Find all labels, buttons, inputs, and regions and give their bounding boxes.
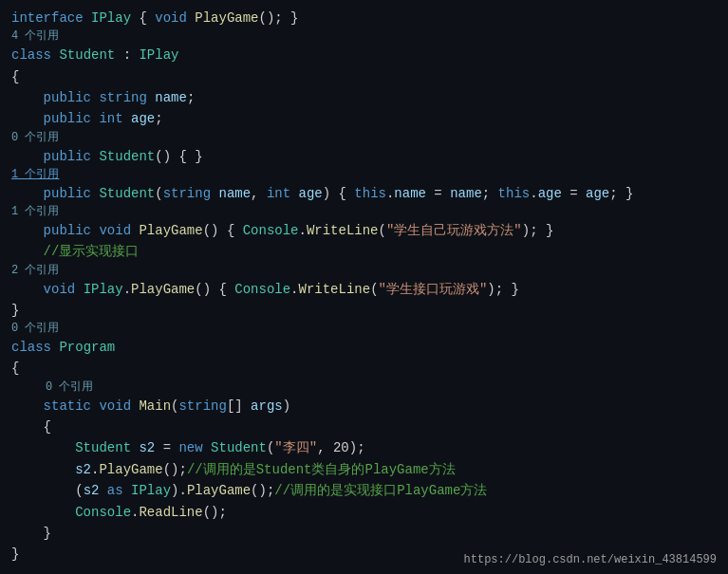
code-line-5: public int age ; <box>0 108 728 129</box>
code-line-6: public Student () { } <box>0 146 728 167</box>
keyword-public-1: public <box>44 87 91 108</box>
param-name: name <box>211 183 251 204</box>
keyword-as: as <box>107 480 123 501</box>
code-line-2: class Student : IPlay <box>0 45 728 65</box>
code-container: interface IPlay { void PlayGame (); } 4 … <box>0 0 728 574</box>
method-s2-playgame: PlayGame <box>99 459 162 480</box>
code-line-13: { <box>0 358 728 379</box>
code-line-4: public string name ; <box>0 87 728 108</box>
type-console-2: Console <box>234 279 290 300</box>
assign-age: age <box>586 183 609 204</box>
type-console-1: Console <box>243 220 299 241</box>
keyword-class-1: class <box>11 45 51 65</box>
ctor-student-1: Student <box>99 146 155 167</box>
keyword-void-3: void <box>44 279 76 300</box>
type-student-2: Student <box>75 437 131 458</box>
string-literal-1: "学生自己玩游戏方法" <box>386 220 522 241</box>
type-console-3: Console <box>75 502 131 523</box>
var-s2-3: s2 <box>84 480 100 501</box>
code-line-7: public Student ( string name , int age )… <box>0 183 728 204</box>
assign-name: name <box>450 183 482 204</box>
method-iplay-pg-2: PlayGame <box>187 480 251 501</box>
field-name: name <box>147 87 187 108</box>
keyword-this-2: this <box>498 183 531 204</box>
field-age: age <box>123 108 156 129</box>
method-iplay-playgame: PlayGame <box>131 279 195 300</box>
method-playgame: PlayGame <box>195 8 258 28</box>
ref-count-6: 0 个引用 <box>0 321 728 337</box>
comment-2: //调用的是Student类自身的PlayGame方法 <box>187 459 456 480</box>
var-s2: s2 <box>131 437 155 458</box>
string-literal-2: "学生接口玩游戏" <box>379 279 488 300</box>
type-iplay: IPlay <box>91 8 131 28</box>
type-iplay-4: IPlay <box>131 480 171 501</box>
keyword-public-5: public <box>44 220 91 241</box>
code-line-20: } <box>0 523 728 544</box>
code-line-11: } <box>0 300 728 321</box>
code-line-3: { <box>0 66 728 87</box>
keyword-string-2: string <box>163 183 211 204</box>
type-program: Program <box>59 337 115 358</box>
keyword-new: new <box>178 437 202 458</box>
ref-count-4: 1 个引用 <box>0 204 728 220</box>
code-line-14: static void Main ( string [] args ) <box>0 396 728 417</box>
comment-1: //显示实现接口 <box>44 241 140 262</box>
keyword-class-2: class <box>11 337 51 358</box>
keyword-int-2: int <box>267 183 290 204</box>
keyword-void-4: void <box>99 396 131 417</box>
blog-url: https://blog.csdn.net/weixin_43814599 <box>464 553 717 566</box>
code-line-17: s2 . PlayGame (); //调用的是Student类自身的PlayG… <box>0 459 728 480</box>
method-writeline-1: WriteLine <box>307 220 379 241</box>
var-s2-2: s2 <box>75 459 91 480</box>
keyword-void-2: void <box>99 220 131 241</box>
keyword-int-1: int <box>99 108 122 129</box>
code-line-9: //显示实现接口 <box>0 241 728 262</box>
code-line-1: interface IPlay { void PlayGame (); } <box>0 8 728 28</box>
ref-count-2: 0 个引用 <box>0 130 728 146</box>
keyword-string-3: string <box>178 396 226 417</box>
string-lisi: "李四" <box>274 437 317 458</box>
comment-3: //调用的是实现接口PlayGame方法 <box>274 480 487 501</box>
keyword-string: string <box>99 87 146 108</box>
type-student-3: Student <box>211 437 267 458</box>
keyword-this-1: this <box>354 183 386 204</box>
keyword-public-3: public <box>44 146 91 167</box>
ref-count-5: 2 个引用 <box>0 263 728 279</box>
this-name-1: name <box>394 183 426 204</box>
keyword-static: static <box>44 396 91 417</box>
ref-count-1: 4 个引用 <box>0 28 728 45</box>
code-line-19: Console . ReadLine (); <box>0 502 728 523</box>
method-main: Main <box>139 396 171 417</box>
code-line-15: { <box>0 417 728 437</box>
keyword-interface: interface <box>11 8 84 28</box>
keyword-public-2: public <box>44 108 91 129</box>
ctor-student-2: Student <box>99 183 155 204</box>
type-iplay-3: IPlay <box>84 279 123 300</box>
method-writeline-2: WriteLine <box>299 279 371 300</box>
keyword-void: void <box>155 8 187 28</box>
param-args: args <box>251 396 283 417</box>
this-age-1: age <box>538 183 562 204</box>
keyword-public-4: public <box>44 183 91 204</box>
code-line-8: public void PlayGame () { Console . Writ… <box>0 220 728 241</box>
ref-count-7: 0 个引用 <box>0 380 728 396</box>
code-line-12: class Program <box>0 337 728 358</box>
method-readline: ReadLine <box>139 502 202 523</box>
type-student: Student <box>59 45 115 65</box>
code-line-10: void IPlay . PlayGame () { Console . Wri… <box>0 279 728 300</box>
type-iplay-2: IPlay <box>139 45 178 65</box>
code-line-16: Student s2 = new Student ( "李四" , 20); <box>0 437 728 458</box>
ref-count-3: 1 个引用 <box>0 167 728 183</box>
param-age: age <box>290 183 323 204</box>
code-line-18: ( s2 as IPlay ). PlayGame (); //调用的是实现接口… <box>0 480 728 501</box>
method-playgame-2: PlayGame <box>139 220 202 241</box>
